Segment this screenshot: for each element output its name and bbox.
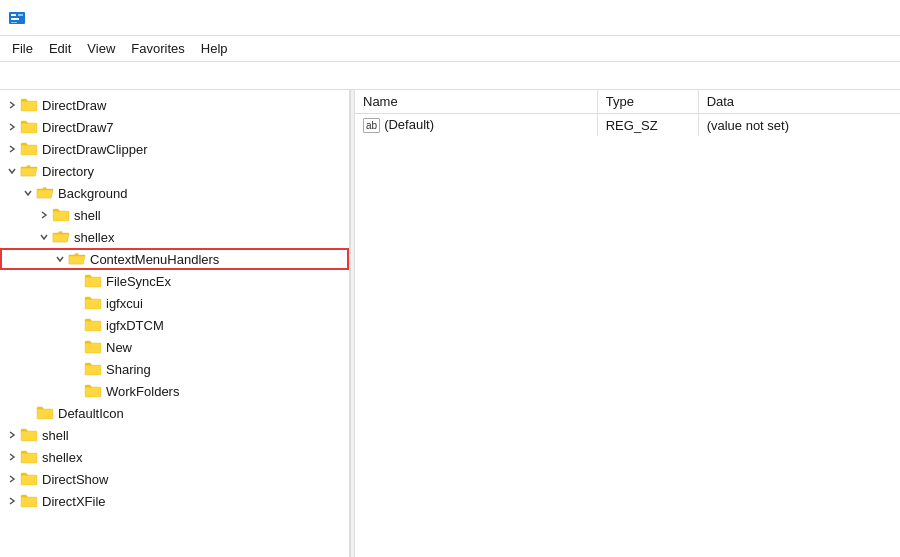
expand-btn-contextmenuhandlers[interactable] — [52, 251, 68, 267]
tree-label-filesyncex: FileSyncEx — [106, 274, 171, 289]
expand-btn-igfxcui — [68, 295, 84, 311]
main-content: DirectDrawDirectDraw7DirectDrawClipperDi… — [0, 90, 900, 557]
tree-item-sharing[interactable]: Sharing — [0, 358, 349, 380]
folder-icon-directshow — [20, 471, 38, 487]
svg-rect-16 — [21, 431, 37, 441]
menu-bar: FileEditViewFavoritesHelp — [0, 36, 900, 62]
folder-icon-sharing — [84, 361, 102, 377]
tree-item-igfxcui[interactable]: igfxcui — [0, 292, 349, 314]
title-bar — [0, 0, 900, 36]
tree-label-shell: shell — [74, 208, 101, 223]
menu-item-edit[interactable]: Edit — [41, 39, 79, 58]
tree-item-directory[interactable]: Directory — [0, 160, 349, 182]
svg-rect-17 — [21, 453, 37, 463]
folder-icon-directdraw7 — [20, 119, 38, 135]
tree-label-workfolders: WorkFolders — [106, 384, 179, 399]
tree-label-sharing: Sharing — [106, 362, 151, 377]
folder-icon-directory — [20, 163, 38, 179]
svg-rect-12 — [85, 343, 101, 353]
svg-rect-11 — [85, 321, 101, 331]
tree-item-igfxdtcm[interactable]: igfxDTCM — [0, 314, 349, 336]
tree-label-directory: Directory — [42, 164, 94, 179]
tree-label-directshow: DirectShow — [42, 472, 108, 487]
folder-icon-shell2 — [20, 427, 38, 443]
col-header-type[interactable]: Type — [597, 90, 698, 114]
tree-label-igfxcui: igfxcui — [106, 296, 143, 311]
tree-item-shellex[interactable]: shellex — [0, 226, 349, 248]
reg-cell-data: (value not set) — [698, 114, 900, 137]
expand-btn-shell2[interactable] — [4, 427, 20, 443]
svg-rect-1 — [11, 14, 16, 16]
folder-icon-shellex2 — [20, 449, 38, 465]
folder-icon-shellex — [52, 229, 70, 245]
svg-rect-14 — [85, 387, 101, 397]
svg-rect-13 — [85, 365, 101, 375]
folder-icon-contextmenuhandlers — [68, 251, 86, 267]
tree-label-new: New — [106, 340, 132, 355]
tree-item-workfolders[interactable]: WorkFolders — [0, 380, 349, 402]
folder-icon-directxfile — [20, 493, 38, 509]
expand-btn-shell[interactable] — [36, 207, 52, 223]
tree-item-directdraw[interactable]: DirectDraw — [0, 94, 349, 116]
right-panel: Name Type Data ab(Default)REG_SZ(value n… — [355, 90, 900, 557]
tree-item-directdrawclipper[interactable]: DirectDrawClipper — [0, 138, 349, 160]
tree-label-shellex2: shellex — [42, 450, 82, 465]
folder-icon-directdrawclipper — [20, 141, 38, 157]
menu-item-help[interactable]: Help — [193, 39, 236, 58]
tree-label-directdrawclipper: DirectDrawClipper — [42, 142, 147, 157]
col-header-name[interactable]: Name — [355, 90, 597, 114]
tree-label-directxfile: DirectXFile — [42, 494, 106, 509]
tree-item-contextmenuhandlers[interactable]: ContextMenuHandlers — [0, 248, 349, 270]
svg-rect-15 — [37, 409, 53, 419]
expand-btn-directory[interactable] — [4, 163, 20, 179]
svg-rect-8 — [53, 211, 69, 221]
tree-item-directxfile[interactable]: DirectXFile — [0, 490, 349, 512]
folder-icon-directdraw — [20, 97, 38, 113]
tree-item-shell2[interactable]: shell — [0, 424, 349, 446]
tree-item-directshow[interactable]: DirectShow — [0, 468, 349, 490]
tree-item-shellex2[interactable]: shellex — [0, 446, 349, 468]
folder-icon-filesyncex — [84, 273, 102, 289]
expand-btn-new — [68, 339, 84, 355]
tree-item-directdraw7[interactable]: DirectDraw7 — [0, 116, 349, 138]
expand-btn-filesyncex — [68, 273, 84, 289]
tree-item-background[interactable]: Background — [0, 182, 349, 204]
tree-item-filesyncex[interactable]: FileSyncEx — [0, 270, 349, 292]
tree-panel[interactable]: DirectDrawDirectDraw7DirectDrawClipperDi… — [0, 90, 350, 557]
expand-btn-sharing — [68, 361, 84, 377]
menu-item-view[interactable]: View — [79, 39, 123, 58]
expand-btn-background[interactable] — [20, 185, 36, 201]
reg-cell-name: ab(Default) — [355, 114, 597, 137]
app-icon — [8, 9, 26, 27]
expand-btn-directshow[interactable] — [4, 471, 20, 487]
svg-rect-3 — [11, 22, 17, 23]
tree-label-igfxdtcm: igfxDTCM — [106, 318, 164, 333]
col-header-data[interactable]: Data — [698, 90, 900, 114]
reg-row--default-[interactable]: ab(Default)REG_SZ(value not set) — [355, 114, 900, 137]
svg-rect-10 — [85, 299, 101, 309]
expand-btn-directxfile[interactable] — [4, 493, 20, 509]
expand-btn-igfxdtcm — [68, 317, 84, 333]
tree-item-new[interactable]: New — [0, 336, 349, 358]
expand-btn-directdrawclipper[interactable] — [4, 141, 20, 157]
expand-btn-shellex2[interactable] — [4, 449, 20, 465]
folder-icon-background — [36, 185, 54, 201]
expand-btn-shellex[interactable] — [36, 229, 52, 245]
tree-item-defaulticon[interactable]: DefaultIcon — [0, 402, 349, 424]
svg-rect-9 — [85, 277, 101, 287]
menu-item-favorites[interactable]: Favorites — [123, 39, 192, 58]
reg-sz-icon: ab — [363, 118, 380, 133]
tree-label-directdraw: DirectDraw — [42, 98, 106, 113]
tree-label-shellex: shellex — [74, 230, 114, 245]
svg-rect-5 — [21, 101, 37, 111]
menu-item-file[interactable]: File — [4, 39, 41, 58]
svg-rect-7 — [21, 145, 37, 155]
folder-icon-workfolders — [84, 383, 102, 399]
expand-btn-workfolders — [68, 383, 84, 399]
expand-btn-defaulticon — [20, 405, 36, 421]
expand-btn-directdraw7[interactable] — [4, 119, 20, 135]
registry-table: Name Type Data ab(Default)REG_SZ(value n… — [355, 90, 900, 136]
expand-btn-directdraw[interactable] — [4, 97, 20, 113]
tree-item-shell[interactable]: shell — [0, 204, 349, 226]
svg-rect-19 — [21, 497, 37, 507]
